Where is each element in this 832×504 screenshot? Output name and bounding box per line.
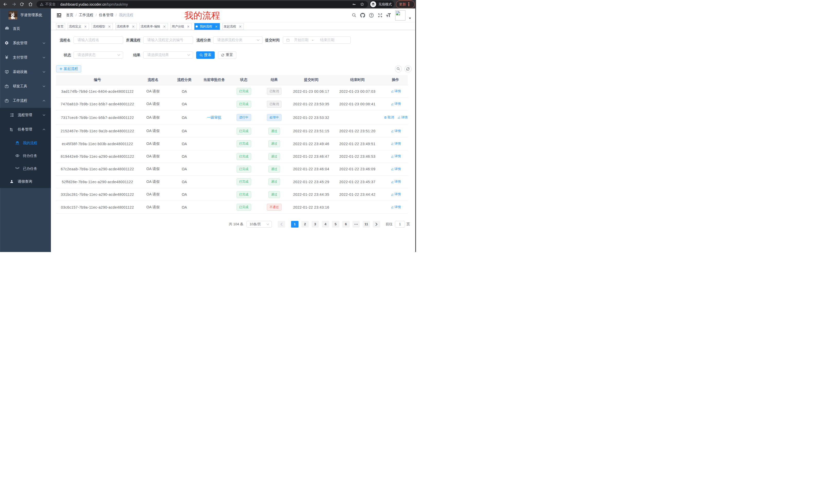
tab-5[interactable]: 用户分组 [171, 23, 192, 30]
page-button-6[interactable]: 6 [342, 221, 350, 228]
prev-page-button[interactable] [278, 221, 285, 228]
detail-link[interactable]: 详情 [391, 205, 401, 209]
search-button[interactable]: 搜索 [196, 51, 215, 59]
sidebar-item-11[interactable]: 请假查询 [0, 175, 51, 188]
detail-link[interactable]: 详情 [391, 102, 401, 106]
tab-2[interactable]: 流程模型 [92, 23, 113, 30]
refresh-icon [406, 67, 410, 71]
page-button-2[interactable]: 2 [301, 221, 309, 228]
tab-3[interactable]: 流程表单 [115, 23, 137, 30]
sidebar-item-4[interactable]: 研发工具 [0, 79, 51, 93]
browser-update-menu[interactable]: 更新 [396, 1, 415, 8]
cell-category: OA [167, 163, 202, 175]
page-button-1[interactable]: 1 [291, 221, 298, 228]
tab-0[interactable]: 首页 [56, 23, 65, 30]
sidebar: 芋道管理系统 首页系统管理支付管理基础设施研发工具工作流程流程管理任务管理我的流… [0, 8, 51, 252]
detail-link[interactable]: 详情 [391, 89, 401, 93]
page-button-3[interactable]: 3 [312, 221, 319, 228]
cell-actions: 详情 [380, 201, 408, 214]
tab-7[interactable]: 发起流程 [223, 23, 244, 30]
goto-page-input[interactable]: 1 [395, 221, 405, 228]
cell-id: 2152467e-7b9b-11ec-9a1b-acde48001122 [56, 125, 139, 137]
cell-id: 67c2eaab-7b9a-11ec-a290-acde48001122 [56, 163, 139, 175]
tab-close-icon[interactable] [107, 25, 111, 29]
eye-closed-icon [15, 167, 20, 170]
sidebar-collapse-button[interactable] [55, 8, 63, 22]
sidebar-item-10[interactable]: 已办任务 [0, 162, 51, 175]
browser-forward-button[interactable] [10, 0, 18, 8]
sidebar-item-5[interactable]: 工作流程 [0, 93, 51, 108]
detail-link[interactable]: 详情 [391, 129, 401, 133]
filter-status-label: 状态 [57, 51, 71, 59]
user-avatar[interactable] [395, 10, 406, 21]
password-key-icon[interactable] [352, 2, 356, 6]
detail-link[interactable]: 详情 [398, 115, 408, 120]
filter-status-select[interactable]: 请选择状态 [74, 51, 123, 59]
cell-id: 03c6c157-7b9a-11ec-a290-acde48001122 [56, 201, 139, 214]
font-size-icon [386, 13, 391, 18]
filter-result-select[interactable]: 请选择流结果 [143, 51, 193, 59]
sidebar-item-9[interactable]: 待办任务 [0, 149, 51, 162]
fullscreen-button[interactable] [375, 8, 384, 22]
filter-category-select[interactable]: 请选择流程分类 [213, 36, 262, 44]
font-size-button[interactable] [384, 8, 393, 22]
tab-6[interactable]: 我的流程 [194, 23, 220, 30]
filter-time-range-picker[interactable]: 开始日期 - 结束日期 [283, 36, 351, 44]
breadcrumb-item-0[interactable]: 首页 [66, 13, 73, 18]
refresh-icon [221, 53, 225, 57]
next-page-button[interactable] [373, 221, 380, 228]
address-bar[interactable]: 不安全 dashboard.yudao.iocoder.cn/bpm/task/… [36, 1, 368, 8]
detail-link[interactable]: 详情 [391, 154, 401, 159]
reset-button[interactable]: 重置 [218, 51, 237, 59]
task-link[interactable]: 一级审批 [207, 115, 222, 119]
incognito-profile-chip[interactable]: 无痕模式 [369, 1, 394, 8]
help-doc-button[interactable] [367, 8, 375, 22]
detail-link[interactable]: 详情 [391, 192, 401, 197]
tab-close-icon[interactable] [162, 25, 166, 29]
cell-id: 7470a810-7b9b-11ec-b5b7-acde48001122 [56, 97, 139, 110]
github-link[interactable] [358, 8, 367, 22]
cancel-link[interactable]: 取消 [384, 115, 394, 120]
breadcrumb-item-1[interactable]: 工作流程 [79, 13, 93, 18]
avatar-dropdown[interactable] [409, 18, 411, 19]
header-search-button[interactable] [350, 8, 358, 22]
sidebar-item-2[interactable]: 支付管理 [0, 50, 51, 65]
sidebar-item-1[interactable]: 系统管理 [0, 36, 51, 50]
detail-link[interactable]: 详情 [391, 142, 401, 146]
tab-4[interactable]: 流程表单-编辑 [139, 23, 168, 30]
refresh-table-button[interactable] [405, 65, 412, 73]
sidebar-item-6[interactable]: 流程管理 [0, 108, 51, 122]
sidebar-item-0[interactable]: 首页 [0, 22, 51, 36]
page-button-11[interactable]: 11 [363, 221, 370, 228]
filter-parent-input[interactable]: 请输入流程定义的编号 [143, 36, 193, 44]
tab-close-icon[interactable] [238, 25, 242, 29]
page-size-select[interactable]: 10条/页 [246, 221, 272, 228]
detail-link[interactable]: 详情 [391, 179, 401, 184]
tab-close-icon[interactable] [83, 25, 87, 29]
show-search-toggle-button[interactable] [395, 65, 402, 73]
breadcrumb-item-2[interactable]: 任务管理 [99, 13, 113, 18]
tab-1[interactable]: 流程定义 [68, 23, 89, 30]
bookmark-star-icon[interactable] [360, 2, 364, 6]
sidebar-item-3[interactable]: 基础设施 [0, 65, 51, 79]
filter-name-input[interactable]: 请输入流程名 [74, 36, 123, 44]
start-process-button[interactable]: 发起流程 [56, 65, 81, 73]
tab-close-icon[interactable] [186, 25, 190, 29]
browser-home-button[interactable] [27, 0, 34, 8]
filter-name-label: 流程名 [56, 36, 71, 44]
browser-back-button[interactable] [2, 0, 9, 8]
tab-close-icon[interactable] [131, 25, 135, 29]
sidebar-logo[interactable]: 芋道管理系统 [0, 8, 51, 21]
sidebar-item-8[interactable]: 我的流程 [0, 137, 51, 149]
browser-reload-button[interactable] [18, 0, 25, 8]
cell-id: ec45f38f-7b9a-11ec-b03b-acde48001122 [56, 137, 139, 150]
cell-id: 52ffd28e-7b9a-11ec-a290-acde48001122 [56, 175, 139, 188]
incognito-icon [371, 2, 375, 6]
page-button-5[interactable]: 5 [332, 221, 339, 228]
sidebar-item-7[interactable]: 任务管理 [0, 122, 51, 137]
result-badge: 处理中 [267, 114, 282, 121]
tab-close-icon[interactable] [214, 25, 218, 29]
detail-link[interactable]: 详情 [391, 167, 401, 171]
more-pages-button[interactable] [353, 221, 360, 228]
page-button-4[interactable]: 4 [322, 221, 329, 228]
